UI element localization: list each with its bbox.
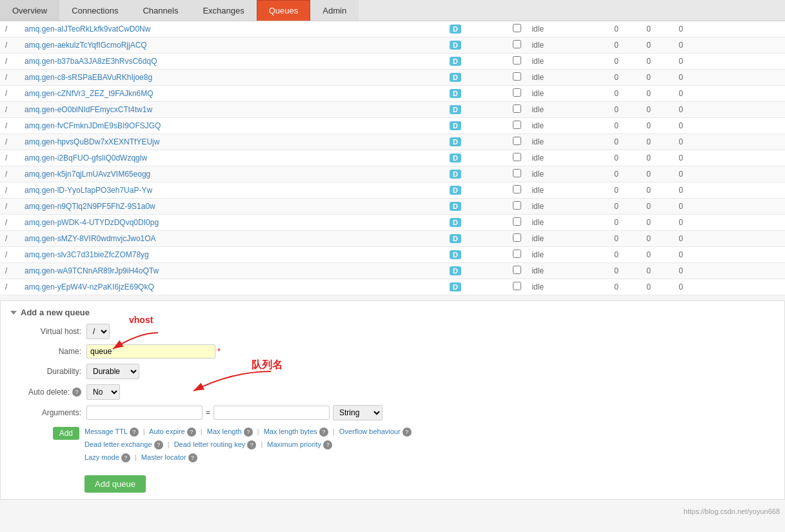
- row-checkbox[interactable]: [513, 250, 521, 258]
- max-length-link[interactable]: Max length: [207, 428, 242, 435]
- max-length-bytes-link-wrap: Max length bytes ?: [264, 428, 330, 435]
- overflow-help[interactable]: ?: [402, 428, 412, 437]
- max-length-bytes-link[interactable]: Max length bytes: [264, 428, 317, 435]
- row-checkbox[interactable]: [513, 185, 521, 193]
- row-name[interactable]: amq.gen-yEpW4V-nzPaKI6jzE69QkQ: [19, 279, 444, 295]
- tab-exchanges[interactable]: Exchanges: [190, 0, 256, 21]
- row-vhost: /: [0, 215, 19, 231]
- row-name[interactable]: amq.gen-aekulzTcYqfIGcmoRjjACQ: [19, 37, 444, 54]
- auto-delete-help-icon[interactable]: ?: [72, 388, 81, 397]
- tab-channels[interactable]: Channels: [130, 0, 190, 21]
- row-unacked: 0: [624, 134, 656, 150]
- row-checkbox-col: [508, 118, 526, 134]
- row-checkbox[interactable]: [513, 153, 521, 161]
- row-checkbox[interactable]: [513, 137, 521, 145]
- dead-letter-exchange-link[interactable]: Dead letter exchange: [84, 440, 152, 448]
- row-total: 0: [656, 279, 688, 295]
- max-length-bytes-help[interactable]: ?: [319, 428, 328, 437]
- row-name[interactable]: amq.gen-slv3C7d31bieZfcZOM78yg: [19, 247, 444, 263]
- name-input[interactable]: [86, 344, 215, 359]
- add-arguments-button[interactable]: Add: [53, 427, 79, 440]
- row-name[interactable]: amq.gen-cZNfVr3_ZEZ_t9FAJkn6MQ: [19, 86, 444, 102]
- row-checkbox[interactable]: [513, 169, 521, 177]
- row-checkbox[interactable]: [513, 201, 521, 210]
- row-name[interactable]: amq.gen-lD-YyoLfapPO3eh7UaP-Yw: [19, 182, 444, 199]
- row-checkbox[interactable]: [513, 266, 521, 274]
- table-row: / amq.gen-yEpW4V-nzPaKI6jzE69QkQ D idle …: [0, 279, 785, 295]
- row-col3: [753, 118, 785, 134]
- row-checkbox[interactable]: [513, 282, 521, 290]
- row-name[interactable]: amq.gen-k5jn7qjLmUAvzVIM65eogg: [19, 166, 444, 182]
- dead-letter-rk-help[interactable]: ?: [247, 440, 256, 449]
- row-checkbox[interactable]: [513, 24, 521, 32]
- row-state: idle: [526, 231, 591, 247]
- row-vhost: /: [0, 37, 19, 54]
- row-name[interactable]: amq.gen-fvCFmknJDmE9sBI9OFSJGQ: [19, 118, 444, 134]
- add-queue-button[interactable]: Add queue: [84, 475, 146, 493]
- max-priority-link[interactable]: Maximum priority: [267, 440, 321, 448]
- message-ttl-help[interactable]: ?: [130, 428, 139, 437]
- row-total: 0: [656, 70, 688, 86]
- row-checkbox-col: [508, 279, 526, 295]
- row-checkbox[interactable]: [513, 72, 521, 81]
- lazy-mode-link[interactable]: Lazy mode: [84, 453, 119, 461]
- master-locator-help[interactable]: ?: [188, 453, 197, 462]
- overflow-link[interactable]: Overflow behaviour: [339, 428, 401, 435]
- row-checkbox[interactable]: [513, 88, 521, 97]
- row-col3: [753, 150, 785, 166]
- row-name[interactable]: amq.gen-hpvsQuBDw7xXEXNTfYEUjw: [19, 134, 444, 150]
- virtual-host-select[interactable]: /: [86, 324, 110, 339]
- row-unacked: 0: [624, 70, 656, 86]
- master-locator-link[interactable]: Master locator: [141, 453, 186, 461]
- row-col3: [753, 54, 785, 70]
- row-total: 0: [656, 54, 688, 70]
- row-name[interactable]: amq.gen-sMZY-8VIR0wdmvjcJwo1OA: [19, 231, 444, 247]
- table-row: / amq.gen-pWDK-4-UTYDzDQvq0DI0pg D idle …: [0, 215, 785, 231]
- row-checkbox-col: [508, 215, 526, 231]
- row-checkbox[interactable]: [513, 233, 521, 242]
- row-name[interactable]: amq.gen-pWDK-4-UTYDzDQvq0DI0pg: [19, 215, 444, 231]
- tab-overview[interactable]: Overview: [0, 0, 59, 21]
- arguments-type-select[interactable]: String Number Boolean List: [333, 405, 383, 420]
- main-content: Overview Connections Channels Exchanges …: [0, 0, 785, 518]
- row-name[interactable]: amq.gen-aIJTeoRkLkfk9vatCwD0Nw: [19, 21, 444, 37]
- auto-expire-link[interactable]: Auto expire: [149, 428, 185, 435]
- dead-letter-ex-help[interactable]: ?: [154, 440, 163, 449]
- row-name[interactable]: amq.gen-i2BqFUO-gfsliQ0dWzqglw: [19, 150, 444, 166]
- table-row: / amq.gen-i2BqFUO-gfsliQ0dWzqglw D idle …: [0, 150, 785, 166]
- arguments-value-input[interactable]: [214, 406, 330, 420]
- row-ready: 0: [591, 150, 624, 166]
- arguments-key-input[interactable]: [86, 406, 203, 420]
- row-col3: [753, 86, 785, 102]
- row-name[interactable]: amq.gen-c8-sRSPaEBAVuRKhIjoe8g: [19, 70, 444, 86]
- row-checkbox[interactable]: [513, 121, 521, 129]
- max-length-help[interactable]: ?: [244, 428, 253, 437]
- dead-letter-routing-key-link[interactable]: Dead letter routing key: [174, 440, 246, 448]
- row-checkbox[interactable]: [513, 104, 521, 113]
- row-name[interactable]: amq.gen-n9QTlq2N9PF5FhZ-9S1a0w: [19, 199, 444, 215]
- vhost-annotation: vhost: [129, 315, 153, 325]
- auto-expire-help[interactable]: ?: [187, 428, 196, 437]
- durability-select[interactable]: Durable Transient: [86, 364, 139, 379]
- row-type: D: [444, 54, 508, 70]
- row-checkbox-col: [508, 247, 526, 263]
- row-name[interactable]: amq.gen-b37baA3JA8zE3hRvsC6dqQ: [19, 54, 444, 70]
- add-queue-header[interactable]: Add a new queue: [10, 308, 775, 317]
- lazy-mode-help[interactable]: ?: [121, 453, 130, 462]
- row-col1: [688, 215, 720, 231]
- row-col2: [720, 70, 753, 86]
- row-checkbox-col: [508, 134, 526, 150]
- row-checkbox[interactable]: [513, 217, 521, 226]
- row-checkbox[interactable]: [513, 40, 521, 48]
- tab-admin[interactable]: Admin: [310, 0, 359, 21]
- tab-connections[interactable]: Connections: [59, 0, 130, 21]
- row-checkbox[interactable]: [513, 56, 521, 64]
- row-ready: 0: [591, 70, 624, 86]
- row-name[interactable]: amq.gen-wA9TCNnAR89rJp9iH4oQTw: [19, 263, 444, 279]
- max-priority-help[interactable]: ?: [323, 440, 332, 449]
- tab-queues[interactable]: Queues: [257, 0, 311, 21]
- row-name[interactable]: amq.gen-eO0blNIdFEmycxCTt4tw1w: [19, 102, 444, 118]
- virtual-host-label: Virtual host:: [10, 327, 81, 336]
- message-ttl-link[interactable]: Message TTL: [84, 428, 128, 435]
- auto-delete-select[interactable]: No Yes: [86, 384, 120, 400]
